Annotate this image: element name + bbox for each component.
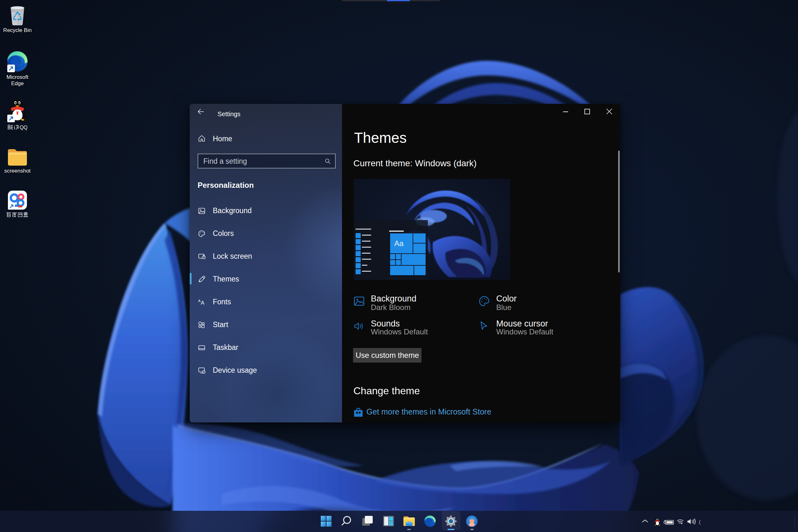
svg-text:QQ: QQ [20, 125, 27, 130]
svg-text:A: A [198, 299, 201, 303]
svg-text:A: A [201, 300, 205, 306]
